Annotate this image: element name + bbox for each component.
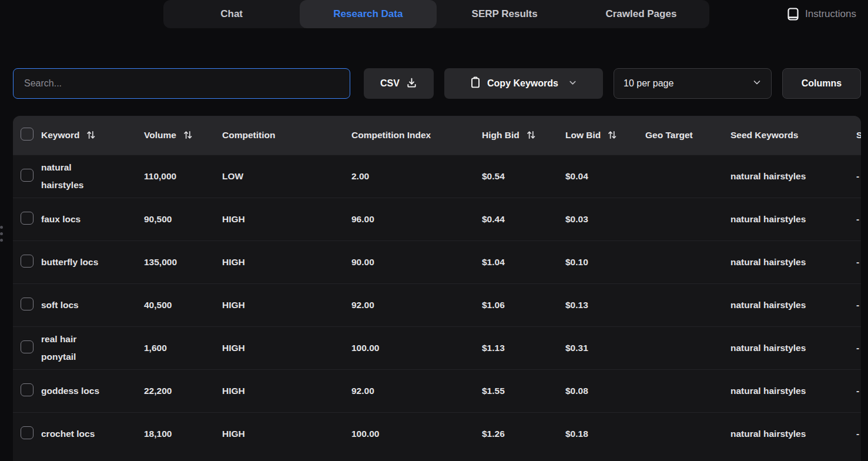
col-header-high-bid: High Bid [482,116,565,155]
cell-geo-target [645,326,730,369]
cell-seed-keywords: natural hairstyles [730,326,856,369]
select-all-checkbox[interactable] [21,128,33,141]
col-header-keyword: Keyword [41,116,144,155]
cell-volume: 90,500 [144,198,222,240]
drag-handle-dots[interactable] [0,226,4,242]
tab-chat[interactable]: Chat [163,0,300,28]
cell-keyword: natural hairstyles [41,155,144,198]
col-label-volume: Volume [144,130,176,141]
cell-competition: HIGH [222,283,351,326]
clipboard-icon [470,76,481,91]
table-header-row: Keyword Volume [13,116,861,155]
instructions-button[interactable]: Instructions [787,5,856,24]
col-label-keyword: Keyword [41,130,79,141]
row-checkbox[interactable] [21,212,33,225]
top-bar: ChatResearch DataSERP ResultsCrawled Pag… [0,0,868,28]
cell-competition: LOW [222,155,351,198]
cell-competition: HIGH [222,412,351,455]
cell-competition-index: 96.00 [351,198,482,240]
per-page-value: 10 per page [624,78,673,89]
cell-clipped: - [856,198,861,240]
cell-keyword: crochet locs [41,412,144,455]
per-page-select[interactable]: 10 per page [614,68,772,99]
cell-clipped: - [856,326,861,369]
cell-volume: 110,000 [144,155,222,198]
cell-geo-target [645,369,730,412]
copy-keywords-label: Copy Keywords [487,78,558,89]
tab-crawled-pages[interactable]: Crawled Pages [573,0,709,28]
row-checkbox[interactable] [21,298,33,310]
table-row: faux locs 90,500 HIGH 96.00 $0.44 $0.03 … [13,198,861,240]
cell-competition: HIGH [222,198,351,240]
cell-high-bid: $0.54 [482,155,565,198]
cell-high-bid: $1.04 [482,240,565,283]
cell-low-bid: $0.13 [565,283,645,326]
col-header-volume: Volume [144,116,222,155]
table-row: goddess locs 22,200 HIGH 92.00 $1.55 $0.… [13,369,861,412]
cell-competition: HIGH [222,326,351,369]
cell-clipped: - [856,369,861,412]
cell-competition: HIGH [222,369,351,412]
col-header-seed-keywords: Seed Keywords [730,116,856,155]
cell-competition-index: 92.00 [351,369,482,412]
table-row: soft locs 40,500 HIGH 92.00 $1.06 $0.13 … [13,283,861,326]
sort-keyword-button[interactable] [85,129,96,141]
cell-low-bid: $0.03 [565,198,645,240]
row-checkbox[interactable] [21,340,33,353]
cell-clipped: - [856,412,861,455]
cell-low-bid: $0.10 [565,240,645,283]
tab-research-data[interactable]: Research Data [300,0,436,28]
cell-low-bid: $0.18 [565,412,645,455]
sort-low-bid-button[interactable] [606,129,618,141]
cell-high-bid: $1.06 [482,283,565,326]
table-row: natural hairstyles 110,000 LOW 2.00 $0.5… [13,155,861,198]
keyword-table: Keyword Volume [13,116,861,461]
tab-serp-results[interactable]: SERP Results [437,0,573,28]
book-icon [787,8,799,21]
columns-button[interactable]: Columns [782,68,861,99]
cell-volume: 40,500 [144,283,222,326]
search-input[interactable] [13,68,350,99]
cell-clipped: - [856,283,861,326]
cell-high-bid: $1.55 [482,369,565,412]
cell-seed-keywords: natural hairstyles [730,240,856,283]
col-header-low-bid: Low Bid [565,116,645,155]
chevron-down-icon [568,78,577,89]
copy-keywords-button[interactable]: Copy Keywords [444,68,603,99]
cell-seed-keywords: natural hairstyles [730,369,856,412]
col-label-low-bid: Low Bid [565,130,601,141]
cell-low-bid: $0.31 [565,326,645,369]
row-checkbox[interactable] [21,169,33,182]
sort-high-bid-button[interactable] [525,129,537,141]
cell-seed-keywords: natural hairstyles [730,283,856,326]
tab-bar: ChatResearch DataSERP ResultsCrawled Pag… [163,0,709,28]
cell-clipped: - [856,155,861,198]
cell-geo-target [645,240,730,283]
table-row: real hair ponytail 1,600 HIGH 100.00 $1.… [13,326,861,369]
cell-competition: HIGH [222,240,351,283]
columns-label: Columns [802,78,842,89]
cell-clipped: - [856,240,861,283]
cell-low-bid: $0.04 [565,155,645,198]
cell-seed-keywords: natural hairstyles [730,155,856,198]
row-checkbox[interactable] [21,255,33,268]
col-header-competition-index: Competition Index [351,116,482,155]
cell-competition-index: 92.00 [351,283,482,326]
row-checkbox[interactable] [21,383,33,396]
cell-high-bid: $1.13 [482,326,565,369]
row-checkbox[interactable] [21,426,33,439]
cell-keyword: goddess locs [41,369,144,412]
cell-keyword: real hair ponytail [41,326,144,369]
cell-geo-target [645,198,730,240]
cell-high-bid: $1.26 [482,412,565,455]
cell-competition-index: 100.00 [351,326,482,369]
cell-geo-target [645,283,730,326]
cell-seed-keywords: natural hairstyles [730,198,856,240]
cell-competition-index: 90.00 [351,240,482,283]
cell-keyword: butterfly locs [41,240,144,283]
cell-seed-keywords: natural hairstyles [730,412,856,455]
cell-volume: 18,100 [144,412,222,455]
sort-volume-button[interactable] [182,129,193,141]
cell-low-bid: $0.08 [565,369,645,412]
csv-export-button[interactable]: CSV [364,68,434,99]
